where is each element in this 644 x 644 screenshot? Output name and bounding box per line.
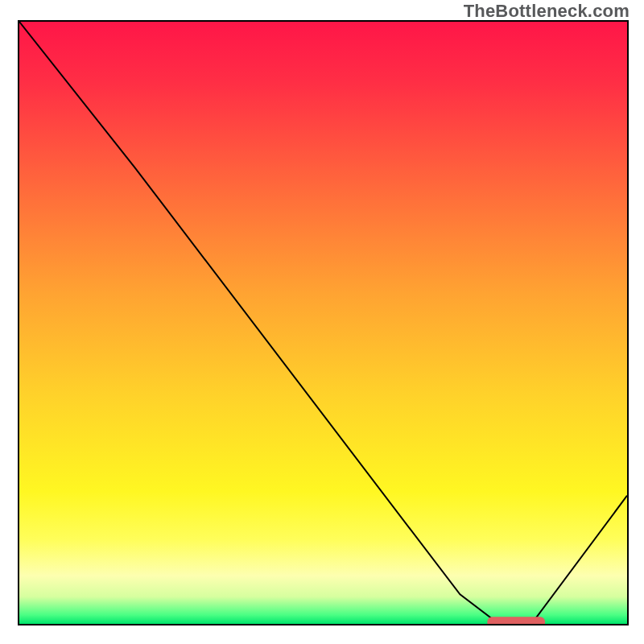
watermark-text: TheBottleneck.com [464,1,630,22]
optimal-range-marker [487,617,545,624]
chart-frame: TheBottleneck.com [0,0,644,644]
plot-area [18,20,629,625]
chart-surface [19,22,627,624]
gradient-background [19,22,627,624]
